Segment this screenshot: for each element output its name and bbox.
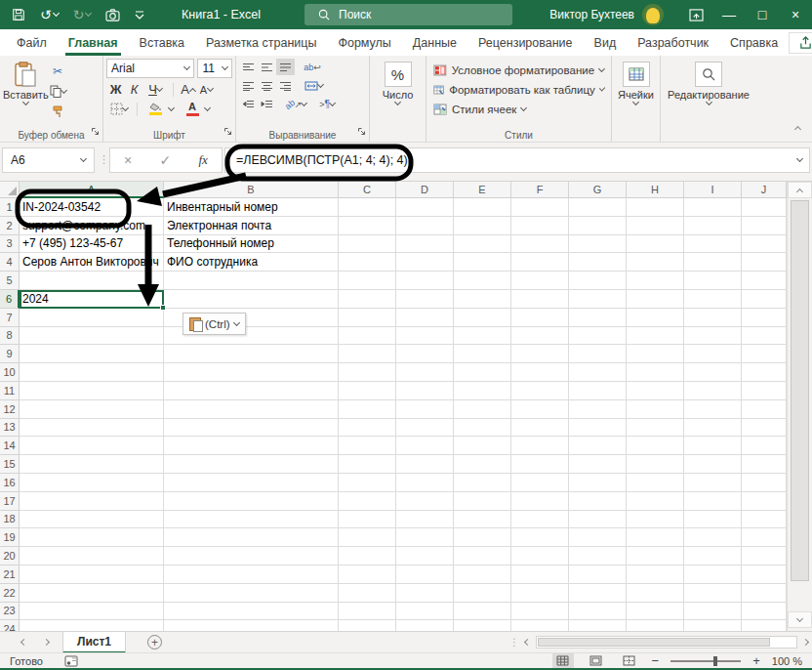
font-color-button[interactable]: А: [180, 101, 205, 117]
cell-A22[interactable]: [20, 584, 164, 603]
share-button[interactable]: Поделиться: [789, 32, 812, 54]
scroll-down-button[interactable]: [788, 611, 812, 628]
ribbon-display-options-button[interactable]: [679, 0, 712, 29]
cell-F14[interactable]: [511, 437, 569, 455]
cell-D1[interactable]: [396, 198, 454, 217]
row-header-15[interactable]: 15: [0, 455, 20, 474]
align-top-button[interactable]: [239, 59, 258, 75]
alignment-dialog-launcher[interactable]: [357, 122, 366, 140]
cell-F23[interactable]: [511, 603, 569, 621]
customize-qat-button[interactable]: [135, 11, 144, 20]
cut-button[interactable]: ✂: [49, 63, 67, 79]
cell-F16[interactable]: [511, 474, 569, 492]
cell-E16[interactable]: [454, 474, 511, 492]
cell-C11[interactable]: [339, 382, 396, 400]
cell-H18[interactable]: [627, 511, 684, 529]
underline-button[interactable]: Ч: [143, 81, 167, 98]
cell-G15[interactable]: [569, 455, 627, 474]
font-dialog-launcher[interactable]: [223, 122, 232, 140]
row-header-5[interactable]: 5: [0, 272, 20, 290]
cell-J12[interactable]: [742, 400, 787, 419]
column-header-B[interactable]: B: [164, 182, 339, 198]
cell-H6[interactable]: [627, 290, 684, 309]
cancel-icon[interactable]: ×: [124, 152, 132, 168]
cell-H5[interactable]: [627, 272, 684, 290]
cell-E15[interactable]: [454, 455, 511, 474]
cell-H11[interactable]: [627, 382, 684, 400]
cell-A17[interactable]: [20, 492, 164, 511]
cell-J23[interactable]: [742, 603, 787, 621]
cell-G12[interactable]: [569, 400, 627, 419]
cell-H4[interactable]: [627, 253, 684, 272]
cell-I9[interactable]: [684, 345, 742, 363]
zoom-out-button[interactable]: −: [652, 653, 660, 668]
tab-review[interactable]: Рецензирование: [467, 29, 584, 56]
cell-F13[interactable]: [511, 419, 569, 438]
cell-B3[interactable]: Телефонный номер: [164, 235, 339, 254]
number-format-button[interactable]: % Число: [373, 59, 423, 105]
macro-record-icon[interactable]: [64, 655, 78, 667]
cell-B23[interactable]: [164, 603, 339, 621]
column-header-C[interactable]: C: [339, 182, 396, 198]
cell-I11[interactable]: [684, 382, 742, 400]
cell-G17[interactable]: [569, 492, 627, 511]
row-header-17[interactable]: 17: [0, 492, 20, 511]
cell-F17[interactable]: [511, 492, 569, 511]
cell-I7[interactable]: [684, 309, 742, 327]
tab-view[interactable]: Вид: [584, 29, 628, 56]
cell-G4[interactable]: [569, 253, 627, 272]
cell-F1[interactable]: [511, 198, 569, 217]
cell-F21[interactable]: [511, 565, 569, 584]
italic-button[interactable]: К: [125, 81, 143, 98]
cell-G20[interactable]: [569, 547, 627, 565]
cell-J15[interactable]: [742, 455, 787, 474]
select-all-corner[interactable]: [0, 182, 20, 198]
cell-D2[interactable]: [396, 217, 454, 235]
zoom-slider[interactable]: [670, 660, 741, 662]
redo-button[interactable]: ↻: [73, 8, 92, 21]
cell-J24[interactable]: [742, 620, 787, 631]
cell-B2[interactable]: Электронная почта: [164, 217, 339, 235]
cell-E24[interactable]: [454, 620, 511, 631]
format-as-table-button[interactable]: Форматировать как таблицу: [429, 80, 608, 100]
cell-E22[interactable]: [454, 584, 511, 603]
cell-J14[interactable]: [742, 437, 787, 455]
cell-D20[interactable]: [396, 547, 454, 565]
borders-button[interactable]: [106, 101, 132, 117]
cell-F2[interactable]: [511, 217, 569, 235]
editing-button[interactable]: Редактирование: [664, 59, 753, 105]
cell-A1[interactable]: IN-2024-03542: [20, 198, 164, 217]
column-header-I[interactable]: I: [684, 182, 742, 198]
scroll-right-button[interactable]: [802, 639, 809, 646]
column-header-F[interactable]: F: [511, 182, 569, 198]
cell-H14[interactable]: [627, 437, 684, 455]
cell-F10[interactable]: [511, 363, 569, 382]
cell-C10[interactable]: [339, 363, 396, 382]
formula-input[interactable]: =ЛЕВСИМВ(ПСТР(A1; 4; 4); 4): [224, 147, 810, 173]
cell-G19[interactable]: [569, 528, 627, 547]
orientation-button[interactable]: ab↗: [282, 96, 309, 112]
cell-B18[interactable]: [164, 511, 339, 529]
text-direction-button[interactable]: >¶: [313, 96, 341, 112]
cell-I15[interactable]: [684, 455, 742, 474]
cell-F12[interactable]: [511, 400, 569, 419]
column-header-J[interactable]: J: [742, 182, 787, 198]
cell-I19[interactable]: [684, 528, 742, 547]
cell-F20[interactable]: [511, 547, 569, 565]
row-header-16[interactable]: 16: [0, 474, 20, 492]
cell-B15[interactable]: [164, 455, 339, 474]
column-header-A[interactable]: A: [20, 182, 164, 198]
cell-E13[interactable]: [454, 419, 511, 438]
cell-C17[interactable]: [339, 492, 396, 511]
tab-formulas[interactable]: Формулы: [327, 29, 401, 56]
cell-H20[interactable]: [627, 547, 684, 565]
cell-styles-button[interactable]: Стили ячеек: [429, 100, 608, 119]
row-header-19[interactable]: 19: [0, 528, 20, 547]
cell-C4[interactable]: [339, 253, 396, 272]
cell-I17[interactable]: [684, 492, 742, 511]
enter-icon[interactable]: ✓: [160, 152, 172, 168]
vertical-scrollbar[interactable]: [787, 182, 812, 631]
tab-home[interactable]: Главная: [58, 29, 129, 56]
tab-file[interactable]: Файл: [6, 29, 58, 56]
row-header-8[interactable]: 8: [0, 327, 20, 346]
